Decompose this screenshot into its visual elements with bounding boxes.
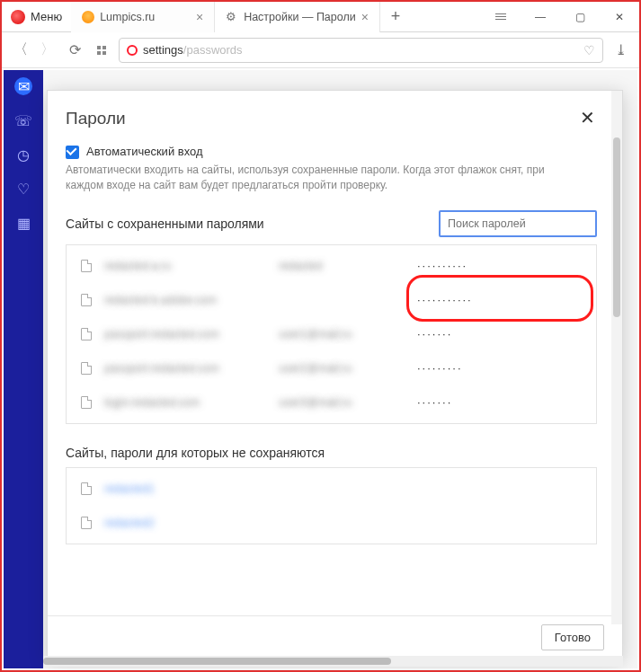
window-controls: — ▢ ✕: [481, 2, 639, 32]
page-icon: [81, 517, 92, 529]
table-row[interactable]: login-redacted.com user3@mail.ru ·······: [67, 385, 596, 420]
auto-login-checkbox[interactable]: [66, 146, 79, 159]
page-icon: [81, 482, 92, 495]
new-tab-button[interactable]: +: [380, 2, 411, 32]
site-cell: passport-redacted.com: [104, 328, 266, 340]
passwords-dialog: ✕ Пароли Автоматический вход Автоматичес…: [47, 90, 623, 659]
site-cell: redacted-a.ru: [104, 260, 266, 272]
sidebar: ✉ ☏ ◷ ♡ ▦: [4, 70, 43, 668]
user-cell: user3@mail.ru: [279, 396, 405, 409]
site-cell: passport-redacted.com: [104, 362, 266, 375]
whatsapp-icon[interactable]: ☏: [14, 111, 32, 129]
reload-button[interactable]: ⟳: [65, 40, 85, 60]
opera-logo-icon: [11, 10, 25, 24]
dialog-footer: Готово: [48, 615, 622, 659]
bookmarks-icon[interactable]: ♡: [14, 180, 32, 198]
address-text: settings/passwords: [143, 43, 243, 57]
table-row[interactable]: redacted1: [67, 472, 596, 506]
favicon-lumpics-icon: [82, 11, 94, 23]
user-cell: user1@mail.ru: [279, 328, 405, 340]
search-passwords-input[interactable]: [439, 210, 597, 237]
password-mask: ·······: [417, 395, 452, 409]
download-icon[interactable]: ⤓: [610, 40, 630, 60]
page-icon: [81, 328, 92, 340]
menu-button[interactable]: Меню: [2, 2, 71, 32]
done-button[interactable]: Готово: [541, 624, 604, 650]
tab-lumpics[interactable]: Lumpics.ru ×: [71, 2, 215, 32]
user-cell: redacted: [279, 260, 405, 272]
tab-title: Lumpics.ru: [100, 11, 155, 23]
tab-strip: Lumpics.ru × ⚙ Настройки — Пароли × +: [71, 2, 481, 32]
auto-login-description: Автоматически входить на сайты, использу…: [66, 163, 597, 194]
table-row[interactable]: redacted-a.ru redacted ··········: [67, 249, 596, 283]
password-mask: ··········: [417, 259, 467, 272]
address-bar: 〈 〉 ⟳ settings/passwords ♡ ⤓: [2, 32, 639, 68]
gear-icon: ⚙: [226, 11, 238, 23]
horizontal-scrollbar[interactable]: [43, 656, 623, 667]
title-bar: Меню Lumpics.ru × ⚙ Настройки — Пароли ×…: [2, 2, 639, 32]
close-icon[interactable]: ×: [196, 10, 203, 24]
password-mask: ·········: [417, 361, 463, 375]
auto-login-label: Автоматический вход: [86, 145, 203, 158]
table-row[interactable]: redacted-b.adobe.com ···········: [67, 283, 596, 317]
page-icon: [81, 362, 92, 375]
minimize-icon[interactable]: —: [521, 2, 560, 32]
saved-passwords-list: redacted-a.ru redacted ·········· redact…: [66, 244, 597, 424]
page-icon: [81, 294, 92, 306]
dialog-title: Пароли: [66, 109, 597, 128]
more-icon[interactable]: [481, 2, 521, 32]
site-cell: redacted2: [104, 517, 266, 529]
site-cell: redacted1: [104, 482, 266, 495]
never-save-heading: Сайты, пароли для которых не сохраняются: [66, 446, 597, 460]
tab-settings-passwords[interactable]: ⚙ Настройки — Пароли ×: [215, 2, 380, 32]
speeddial-button[interactable]: [92, 40, 111, 60]
password-mask: ·······: [417, 327, 452, 340]
address-field[interactable]: settings/passwords ♡: [119, 38, 603, 63]
saved-passwords-heading: Сайты с сохраненными паролями: [66, 217, 264, 231]
maximize-icon[interactable]: ▢: [560, 2, 600, 32]
back-button[interactable]: 〈: [11, 40, 31, 60]
dialog-close-icon[interactable]: ✕: [580, 107, 595, 128]
history-icon[interactable]: ◷: [14, 146, 32, 164]
heart-icon[interactable]: ♡: [583, 43, 595, 57]
user-cell: user2@mail.ru: [279, 362, 405, 375]
never-save-list: redacted1 redacted2: [66, 467, 597, 544]
site-cell: redacted-b.adobe.com: [104, 294, 266, 306]
forward-button[interactable]: 〉: [38, 40, 58, 60]
window-close-icon[interactable]: ✕: [600, 2, 639, 32]
close-icon[interactable]: ×: [361, 10, 369, 24]
opera-o-icon: [127, 45, 138, 56]
table-row[interactable]: passport-redacted.com user1@mail.ru ····…: [67, 317, 596, 351]
page-icon: [81, 396, 92, 409]
page-icon: [81, 260, 92, 272]
extensions-icon[interactable]: ▦: [14, 214, 32, 232]
table-row[interactable]: redacted2: [67, 506, 596, 540]
site-cell: login-redacted.com: [104, 396, 266, 409]
password-mask: ···········: [417, 293, 473, 306]
table-row[interactable]: passport-redacted.com user2@mail.ru ····…: [67, 351, 596, 385]
messenger-icon[interactable]: ✉: [14, 77, 32, 95]
tab-title: Настройки — Пароли: [244, 11, 356, 23]
menu-label: Меню: [31, 10, 62, 23]
